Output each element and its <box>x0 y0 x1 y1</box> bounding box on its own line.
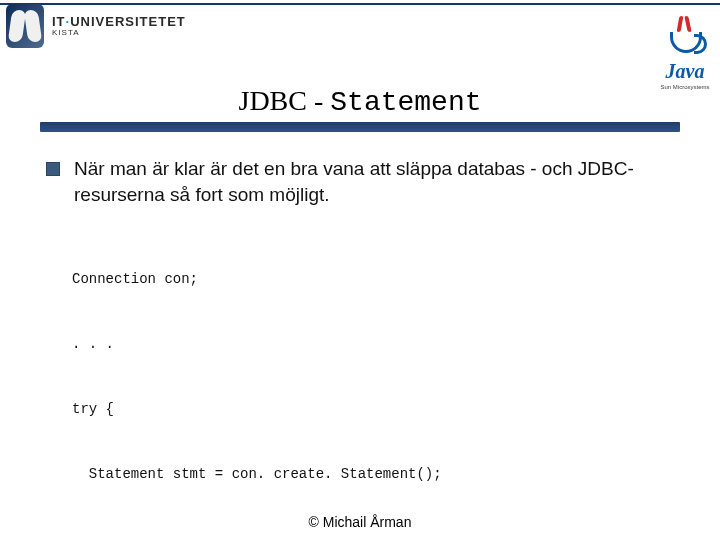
slide-footer: © Michail Årman <box>0 514 720 530</box>
code-block: Connection con; . . . try { Statement st… <box>72 225 690 540</box>
org-line1-b: UNIVERSITETET <box>70 14 186 29</box>
org-line2: KISTA <box>52 29 186 37</box>
title-mono: Statement <box>330 87 481 118</box>
slide-title: JDBC - Statement <box>238 85 481 118</box>
slide-header: IT·UNIVERSITETET KISTA Java Sun Microsys… <box>0 0 720 55</box>
steam-icon <box>684 16 691 32</box>
title-underline <box>40 122 680 132</box>
cup-handle-icon <box>694 34 707 54</box>
org-logo: IT·UNIVERSITETET KISTA <box>6 4 186 48</box>
slide-body: När man är klar är det en bra vana att s… <box>46 156 690 540</box>
bullet-item: När man är klar är det en bra vana att s… <box>46 156 690 207</box>
java-wordmark: Java <box>654 60 716 83</box>
square-bullet-icon <box>46 162 60 176</box>
org-logo-text: IT·UNIVERSITETET KISTA <box>52 15 186 37</box>
title-plain: JDBC - <box>238 85 330 116</box>
code-line: . . . <box>72 334 690 356</box>
org-logo-mark <box>6 4 44 48</box>
bullet-text: När man är klar är det en bra vana att s… <box>74 156 690 207</box>
title-row: JDBC - Statement <box>0 85 720 132</box>
java-cup-icon <box>664 16 704 56</box>
code-line: Statement stmt = con. create. Statement(… <box>72 464 690 486</box>
code-line: Connection con; <box>72 269 690 291</box>
code-line: try { <box>72 399 690 421</box>
org-line1-a: IT <box>52 14 66 29</box>
steam-icon <box>677 16 684 32</box>
code-line: . . . <box>72 529 690 540</box>
